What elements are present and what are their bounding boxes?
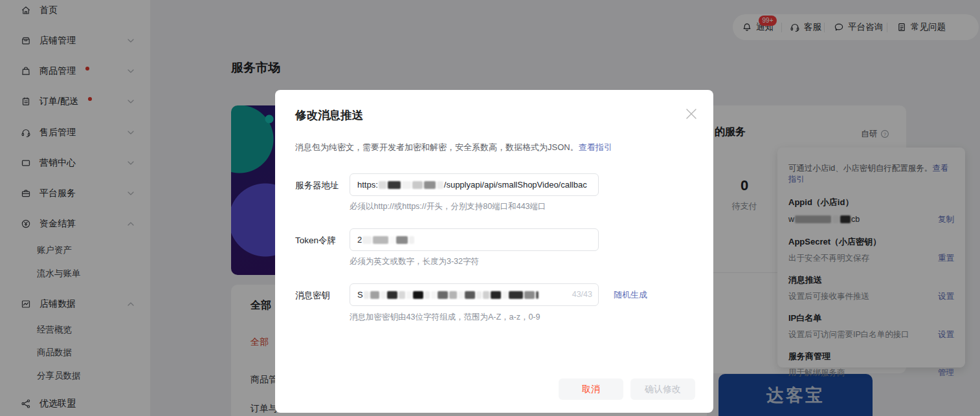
token-input[interactable]: 2	[350, 228, 599, 251]
server-address-label: 服务器地址	[295, 180, 339, 192]
message-secret-help: 消息加密密钥由43位字符组成，范围为A-Z，a-z，0-9	[350, 312, 540, 323]
server-address-input[interactable]: https:/supplyapi/api/smallShopVideo/call…	[350, 173, 599, 196]
view-guide-link[interactable]: 查看指引	[579, 142, 612, 152]
confirm-button[interactable]: 确认修改	[630, 378, 695, 400]
token-label: Token令牌	[295, 235, 336, 246]
modal-description-text: 消息包为纯密文，需要开发者加密和解密，安全系数高，数据格式为JSON。	[295, 142, 579, 152]
modal-title: 修改消息推送	[295, 107, 363, 123]
server-address-help: 必须以http://或https://开头，分别支持80端口和443端口	[350, 201, 546, 212]
server-address-suffix: /supplyapi/api/smallShopVideo/callbac	[444, 180, 587, 190]
message-secret-prefix: S	[357, 290, 363, 300]
secret-char-counter: 43/43	[570, 284, 592, 305]
app-window: 首页 店铺管理 商品管理 订单/配送 售后管理 营销中心	[0, 0, 980, 416]
modal-description: 消息包为纯密文，需要开发者加密和解密，安全系数高，数据格式为JSON。查看指引	[295, 142, 612, 153]
server-address-prefix: https:	[357, 180, 378, 190]
message-secret-label: 消息密钥	[295, 290, 330, 301]
token-prefix: 2	[357, 235, 362, 245]
message-secret-input[interactable]: S 43/43	[350, 283, 599, 306]
token-help: 必须为英文或数字，长度为3-32字符	[350, 256, 479, 267]
close-icon[interactable]	[685, 108, 697, 120]
random-generate-link[interactable]: 随机生成	[614, 289, 647, 301]
edit-message-push-modal: 修改消息推送 消息包为纯密文，需要开发者加密和解密，安全系数高，数据格式为JSO…	[275, 90, 713, 413]
cancel-button[interactable]: 取消	[559, 378, 623, 400]
